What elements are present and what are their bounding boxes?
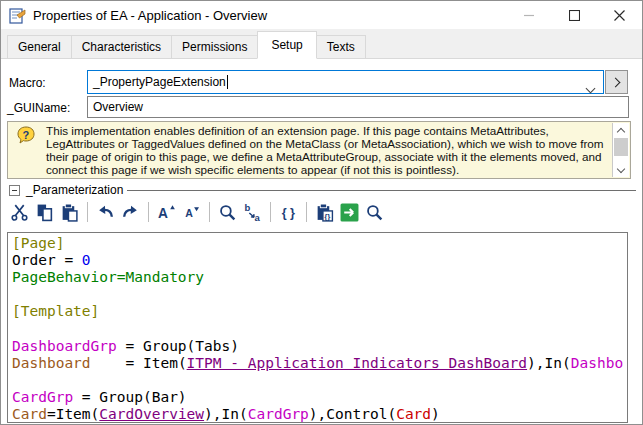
title-bar: Properties of EA - Application - Overvie… — [1, 1, 642, 29]
macro-label: Macro: — [9, 76, 46, 90]
svg-text:A: A — [158, 205, 168, 220]
code-line: Order = 0 — [12, 252, 627, 269]
code-line — [12, 372, 627, 389]
toolbar-separator — [87, 202, 88, 222]
tab-characteristics[interactable]: Characteristics — [71, 35, 172, 58]
code-toolbar: AAba{ }{} — [7, 197, 387, 227]
macro-value: _PropertyPageExtension — [88, 75, 226, 89]
info-scrollbar[interactable] — [612, 123, 629, 177]
code-line: [Template] — [12, 303, 627, 320]
macro-navigate-button[interactable] — [605, 70, 628, 94]
window-title: Properties of EA - Application - Overvie… — [33, 8, 267, 23]
guiname-value: Overview — [93, 100, 143, 114]
scroll-up-icon[interactable] — [613, 123, 629, 137]
properties-dialog: Properties of EA - Application - Overvie… — [0, 0, 643, 425]
section-divider — [127, 190, 636, 191]
toolbar-separator — [306, 202, 307, 222]
braces-icon[interactable]: { } — [276, 200, 301, 225]
code-line: Dashboard = Item(ITPM - Application Indi… — [12, 355, 627, 372]
toolbar-separator — [209, 202, 210, 222]
code-line: CardGrp = Group(Bar) — [12, 389, 627, 406]
toolbar-separator — [148, 202, 149, 222]
info-text: This implementation enables definition o… — [46, 125, 605, 177]
tab-texts[interactable]: Texts — [316, 35, 366, 58]
svg-text:{ }: { } — [282, 206, 295, 220]
zoom-icon[interactable] — [215, 200, 240, 225]
copy-icon[interactable] — [32, 200, 57, 225]
font-decrease-icon[interactable]: A — [179, 200, 204, 225]
search-icon[interactable] — [362, 200, 387, 225]
code-line — [12, 286, 627, 303]
tab-setup[interactable]: Setup — [257, 31, 316, 59]
redo-icon[interactable] — [118, 200, 143, 225]
svg-text:A: A — [185, 206, 193, 218]
setup-tab-page: Macro: _PropertyPageExtension _GUIName: … — [1, 59, 642, 425]
chevron-right-icon — [611, 77, 621, 87]
cut-icon[interactable] — [7, 200, 32, 225]
text-caret — [227, 75, 228, 89]
svg-text:?: ? — [23, 129, 30, 141]
tab-general[interactable]: General — [7, 35, 72, 58]
guiname-input[interactable]: Overview — [87, 96, 629, 118]
collapse-icon[interactable] — [9, 185, 20, 196]
svg-text:b: b — [245, 203, 251, 213]
window-controls — [507, 1, 642, 29]
code-line: Card=Item(CardOverview),In(CardGrp),Cont… — [12, 406, 627, 423]
paste-special-icon[interactable]: {} — [312, 200, 337, 225]
info-box: ? This implementation enables definition… — [7, 121, 631, 179]
svg-text:a: a — [255, 211, 261, 221]
minimize-button[interactable] — [507, 1, 552, 29]
macro-combobox[interactable]: _PropertyPageExtension — [87, 70, 604, 94]
undo-icon[interactable] — [93, 200, 118, 225]
code-editor[interactable]: [Page]Order = 0PageBehavior=Mandatory [T… — [7, 232, 628, 423]
tab-bar: General Characteristics Permissions Setu… — [1, 29, 642, 59]
maximize-button[interactable] — [552, 1, 597, 29]
parameterization-section: _Parameterization — [9, 183, 636, 197]
guiname-label: _GUIName: — [7, 101, 70, 115]
scrollbar-thumb[interactable] — [614, 138, 628, 156]
paste-icon[interactable] — [57, 200, 82, 225]
chevron-down-icon[interactable] — [587, 78, 594, 96]
code-line: PageBehavior=Mandatory — [12, 269, 627, 286]
replace-icon[interactable]: ba — [240, 200, 265, 225]
toolbar-separator — [270, 202, 271, 222]
code-line: DashboardGrp = Group(Tabs) — [12, 338, 627, 355]
close-button[interactable] — [597, 1, 642, 29]
code-line: [Page] — [12, 235, 627, 252]
font-increase-icon[interactable]: A — [154, 200, 179, 225]
code-line — [12, 320, 627, 337]
section-label: _Parameterization — [26, 183, 123, 197]
scroll-down-icon[interactable] — [613, 163, 629, 177]
help-balloon-icon: ? — [16, 126, 36, 146]
run-icon[interactable] — [337, 200, 362, 225]
svg-text:{}: {} — [324, 212, 330, 221]
tab-permissions[interactable]: Permissions — [171, 35, 258, 58]
window-icon — [9, 7, 26, 24]
